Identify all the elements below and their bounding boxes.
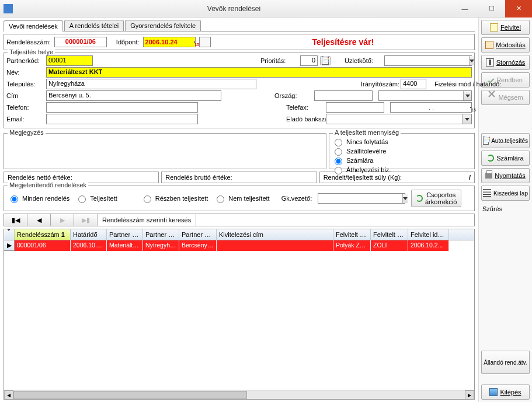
chevron-down-icon[interactable]	[469, 56, 474, 65]
filter-all[interactable]: Minden rendelés	[8, 194, 69, 203]
cell: 2006.10.2...	[408, 240, 449, 251]
tabs: Vevői rendelések A rendelés tételei Gyor…	[4, 20, 475, 32]
table-row[interactable]: ▶ 000001/06 2006.10.24. Materiáltes... N…	[4, 240, 474, 251]
picklist-button[interactable]: Kiszedési lap	[481, 186, 530, 201]
payment-combo[interactable]	[378, 90, 472, 101]
fax-field[interactable]	[326, 102, 384, 113]
refresh-icon	[487, 155, 494, 162]
edit-icon	[485, 41, 493, 49]
tab-orders[interactable]: Vevői rendelések	[4, 20, 63, 32]
chevron-down-icon[interactable]	[462, 114, 471, 124]
country-field[interactable]	[314, 90, 373, 101]
th-menu[interactable]	[4, 229, 15, 240]
priority-field[interactable]: 0	[300, 55, 318, 66]
zip-field[interactable]: 4400	[401, 79, 426, 89]
salesperson-combo[interactable]	[384, 55, 472, 66]
chevron-down-icon[interactable]	[463, 91, 471, 100]
cell: 2006.10.24.	[71, 240, 107, 251]
nav-first[interactable]: ▮◀	[4, 214, 27, 226]
priority-picker-button[interactable]	[320, 56, 331, 65]
th-created-time[interactable]: Felvitel idő...	[408, 229, 449, 240]
search-label: Rendelésszám szerinti keresés	[98, 214, 196, 226]
th-partner-city[interactable]: Partner vá...	[143, 229, 179, 240]
maximize-button[interactable]: ☐	[478, 0, 505, 18]
th-partner-name[interactable]: Partner név	[107, 229, 143, 240]
filter-partial[interactable]: Részben teljesített	[141, 194, 208, 203]
th-created-by1[interactable]: Felvitelt vé...	[333, 229, 371, 240]
country-label: Ország:	[274, 92, 312, 99]
date-field[interactable]: 2006.10.24	[143, 37, 196, 47]
horizontal-scrollbar[interactable]: ◀ ▶	[4, 390, 474, 399]
bulk-price-button[interactable]: Csoportosárkorrekció	[411, 190, 461, 207]
th-partner-addr[interactable]: Partner cím	[179, 229, 217, 240]
header-spare-field[interactable]	[199, 37, 211, 47]
payment-input[interactable]	[379, 91, 463, 100]
tab-quick[interactable]: Gyorsrendelés felvitele	[125, 20, 201, 31]
radio-label: Szállítólevélre	[346, 148, 386, 155]
th-order-no[interactable]: Rendelésszám 1	[15, 229, 71, 240]
search-input[interactable]	[196, 214, 474, 226]
scroll-left[interactable]: ◀	[4, 390, 13, 400]
email-field[interactable]	[46, 114, 198, 124]
nav-prev[interactable]: ◀	[27, 214, 51, 226]
nav-next[interactable]: ▶	[51, 214, 74, 226]
radio-invoice[interactable]: Számlára	[332, 156, 472, 165]
radio-label: Áthelyezési biz.	[346, 166, 391, 173]
deadline-field[interactable]: . .	[390, 102, 472, 113]
cell: Polyák Zolt...	[333, 240, 371, 251]
standing-orders-button[interactable]: Állandó rend.átv.	[481, 351, 530, 374]
phone-field[interactable]	[46, 102, 198, 113]
minimize-button[interactable]: —	[451, 0, 478, 18]
bank-combo[interactable]	[326, 114, 472, 124]
bank-input[interactable]	[326, 114, 462, 124]
edit-button[interactable]: Módosítás	[481, 37, 530, 53]
auto-icon	[483, 137, 489, 145]
driver-combo[interactable]	[318, 193, 405, 204]
calendar-icon[interactable]	[470, 107, 471, 108]
scroll-right[interactable]: ▶	[465, 390, 474, 400]
filter-notdone[interactable]: Nem teljesített	[214, 194, 269, 203]
status-text: Teljesítésre vár!	[214, 37, 472, 47]
filter-done[interactable]: Teljesített	[75, 194, 117, 203]
bank-label: Eladó bankszámla:	[286, 116, 324, 123]
print-button[interactable]: Nyomtatás	[481, 168, 530, 183]
radio-delivery-note[interactable]: Szállítólevélre	[332, 146, 472, 156]
cell: Materiáltes...	[107, 240, 143, 251]
notes-textarea[interactable]	[6, 136, 324, 164]
table-body[interactable]: ▶ 000001/06 2006.10.24. Materiáltes... N…	[4, 240, 474, 390]
driver-input[interactable]	[318, 194, 402, 203]
salesperson-input[interactable]	[385, 56, 469, 65]
cell: Bercsényi ...	[179, 240, 217, 251]
name-field[interactable]: Materiálteszt KKT	[46, 67, 472, 78]
radio-label: Számlára	[346, 157, 373, 164]
driver-label: Gk.vezető:	[281, 195, 312, 202]
tab-items[interactable]: A rendelés tételei	[64, 20, 124, 31]
chevron-down-icon[interactable]	[402, 194, 408, 203]
radio-no-continue[interactable]: Nincs folytatás	[332, 137, 472, 146]
th-exec-addr[interactable]: Kivitelezési cím	[217, 229, 333, 240]
cancel-icon	[488, 93, 496, 102]
radio-transfer[interactable]: Áthelyezési biz.	[332, 165, 472, 174]
calendar-icon[interactable]	[194, 41, 195, 43]
partner-code-field[interactable]: 00001	[46, 55, 93, 66]
th-created-by2[interactable]: Felvitelt vé...	[371, 229, 408, 240]
row-indicator: ▶	[4, 240, 15, 251]
gross-total: Rendelés bruttó értéke:	[161, 172, 317, 183]
cancel-button[interactable]: Mégsem	[481, 90, 530, 105]
close-button[interactable]: ✕	[505, 0, 532, 18]
order-no-field[interactable]: 000001/06	[54, 37, 107, 47]
address-field[interactable]: Bercsényi u. 5.	[46, 90, 221, 101]
storno-button[interactable]: Stornózás	[481, 55, 530, 70]
auto-fulfill-button[interactable]: Auto.teljesítés	[481, 133, 530, 148]
scroll-thumb[interactable]	[13, 391, 247, 399]
nav-last[interactable]: ▶▮	[74, 214, 98, 226]
city-field[interactable]: Nyíregyháza	[46, 79, 256, 89]
fulfilled-qty-legend: A teljesített mennyiség	[333, 129, 401, 136]
th-deadline[interactable]: Határidő	[71, 229, 107, 240]
cell: 000001/06	[15, 240, 71, 251]
print-icon	[485, 173, 492, 179]
new-button[interactable]: Felvitel	[481, 20, 530, 35]
exit-button[interactable]: Kilépés	[481, 384, 530, 400]
to-invoice-button[interactable]: Számlára	[481, 151, 530, 166]
order-no-label: Rendelésszám:	[6, 39, 51, 46]
